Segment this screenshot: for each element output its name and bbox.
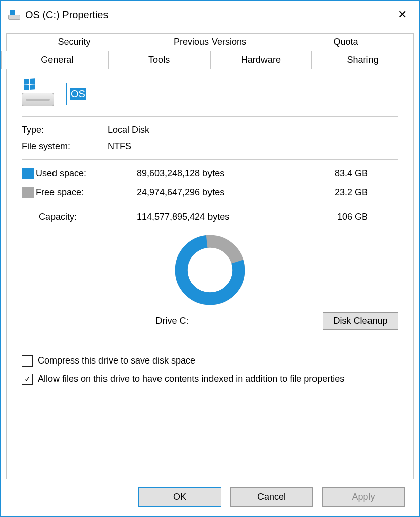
- tab-security[interactable]: Security: [6, 33, 142, 51]
- tab-general[interactable]: General: [1, 51, 109, 69]
- free-label: Free space:: [36, 187, 137, 198]
- tab-hardware[interactable]: Hardware: [211, 51, 312, 69]
- general-panel: OS Type: Local Disk File system: NTFS Us…: [6, 69, 414, 479]
- compress-label: Compress this drive to save disk space: [38, 355, 195, 366]
- filesystem-value: NTFS: [108, 141, 398, 152]
- tab-tools[interactable]: Tools: [109, 51, 211, 69]
- compress-checkbox[interactable]: [22, 355, 33, 367]
- drive-icon: [8, 9, 20, 21]
- drive-large-icon: [22, 82, 54, 106]
- divider: [22, 159, 398, 160]
- cancel-button[interactable]: Cancel: [230, 487, 313, 507]
- dialog-footer: OK Cancel Apply: [6, 479, 414, 516]
- ok-button[interactable]: OK: [138, 487, 221, 507]
- divider: [22, 335, 398, 335]
- titlebar: OS (C:) Properties ✕: [1, 1, 419, 28]
- divider: [22, 203, 398, 203]
- disk-cleanup-button[interactable]: Disk Cleanup: [323, 312, 398, 330]
- type-label: Type:: [22, 125, 108, 135]
- free-bytes: 24,974,647,296 bytes: [137, 187, 263, 198]
- used-bytes: 89,603,248,128 bytes: [137, 168, 263, 179]
- drive-name-input[interactable]: OS: [66, 83, 398, 105]
- apply-button[interactable]: Apply: [322, 487, 405, 507]
- tab-quota[interactable]: Quota: [278, 33, 414, 51]
- tab-previous-versions[interactable]: Previous Versions: [142, 33, 278, 51]
- index-label: Allow files on this drive to have conten…: [38, 374, 344, 384]
- index-checkbox[interactable]: [22, 374, 33, 385]
- type-value: Local Disk: [108, 125, 398, 135]
- close-icon[interactable]: ✕: [390, 5, 415, 25]
- divider: [22, 116, 398, 117]
- properties-dialog: OS (C:) Properties ✕ Security Previous V…: [0, 0, 420, 517]
- capacity-label: Capacity:: [22, 212, 137, 222]
- free-swatch: [22, 187, 34, 198]
- capacity-bytes: 114,577,895,424 bytes: [137, 212, 263, 222]
- used-swatch: [22, 168, 34, 179]
- drive-label: Drive C:: [22, 316, 323, 326]
- tab-strip: Security Previous Versions Quota General…: [6, 33, 414, 69]
- used-label: Used space:: [36, 168, 137, 179]
- client-area: Security Previous Versions Quota General…: [1, 28, 419, 516]
- used-gb: 83.4 GB: [263, 168, 398, 179]
- free-gb: 23.2 GB: [263, 187, 398, 198]
- drive-name-value: OS: [70, 88, 86, 100]
- usage-donut-chart: [172, 232, 248, 308]
- filesystem-label: File system:: [22, 141, 108, 152]
- tab-sharing[interactable]: Sharing: [312, 51, 414, 69]
- capacity-gb: 106 GB: [263, 212, 398, 222]
- window-title: OS (C:) Properties: [25, 9, 108, 21]
